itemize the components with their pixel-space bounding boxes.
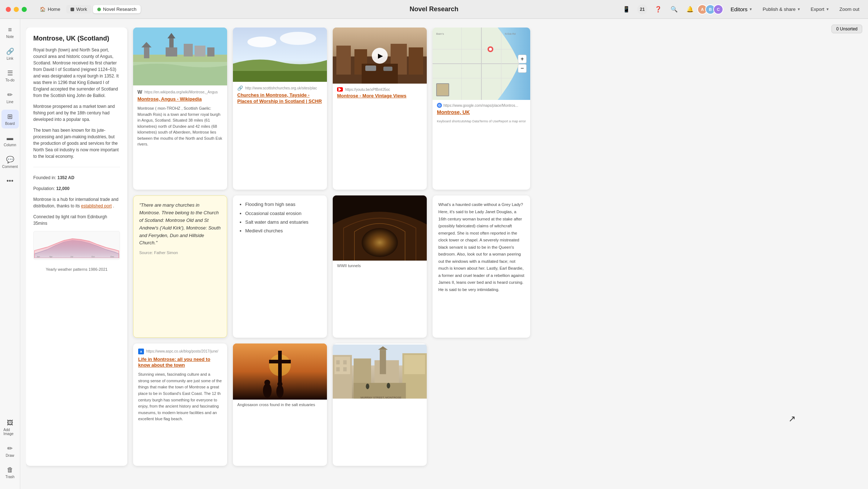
- video-thumbnail: ▶: [333, 28, 427, 84]
- bullet-item-2: Occasional coastal erosion: [245, 210, 321, 217]
- aspc-icon: a: [138, 349, 144, 354]
- maximize-button[interactable]: [22, 7, 27, 12]
- keyboard-shortcuts-link[interactable]: Keyboard shortcuts: [437, 119, 465, 123]
- sidebar: ≡ Note 🔗 Link ☰ To-do ✏ Line ⊞ Board ▬ C…: [0, 19, 20, 489]
- town-image-svg: [133, 28, 227, 85]
- publish-share-button[interactable]: Publish & share ▼: [760, 5, 804, 13]
- page-title: Novel Research: [409, 5, 458, 13]
- map-image[interactable]: Bain's N Esk Rd + −: [433, 28, 530, 100]
- play-button-overlay[interactable]: ▶: [372, 48, 388, 64]
- content-area: 0 Unsorted Montrose, UK (Scotland) Royal…: [20, 19, 868, 489]
- board-icon: ⊞: [7, 113, 13, 121]
- sidebar-item-note[interactable]: ≡ Note: [1, 23, 19, 42]
- device-icon[interactable]: 📱: [621, 4, 631, 14]
- svg-rect-54: [336, 360, 340, 364]
- publish-share-label: Publish & share: [763, 7, 796, 12]
- sidebar-item-column[interactable]: ▬ Column: [1, 131, 19, 150]
- sidebar-item-draw[interactable]: ✏ Draw: [1, 442, 19, 460]
- svg-rect-27: [365, 66, 376, 71]
- card-old-street: MURRAY STREET, MONTROSE: [333, 343, 427, 466]
- card-aspc: a https://www.aspc.co.uk/blog/posts/2017…: [133, 343, 227, 466]
- card-churches: 🔗 http://www.scottishchurches.org.uk/sit…: [233, 28, 327, 190]
- map-title-link[interactable]: Montrose, UK: [437, 109, 526, 115]
- play-button[interactable]: ▶: [372, 48, 388, 64]
- svg-point-17: [247, 37, 276, 47]
- minimize-button[interactable]: [14, 7, 19, 12]
- svg-text:Bain's: Bain's: [436, 32, 444, 35]
- population-value: 12,000: [56, 186, 69, 191]
- svg-rect-13: [195, 46, 205, 56]
- map-zoom-out-button[interactable]: −: [518, 64, 527, 73]
- wiki-title-link[interactable]: Montrose, Angus - Wikipedia: [137, 96, 223, 102]
- aspc-title-link[interactable]: Life in Montrose: all you need to know a…: [138, 357, 222, 369]
- bullets-list: Flooding from high seas Occasional coast…: [239, 201, 321, 234]
- sidebar-item-board[interactable]: ⊞ Board: [1, 110, 19, 128]
- montrose-town-image: [133, 28, 227, 85]
- quote-source: Source: Father Simon: [139, 250, 221, 255]
- unsorted-button[interactable]: 0 Unsorted: [831, 25, 862, 33]
- sidebar-item-more[interactable]: •••: [1, 174, 19, 188]
- tab-bar: 🏠 Home Work Novel Research: [35, 5, 141, 13]
- export-button[interactable]: Export ▼: [808, 5, 832, 13]
- wiki-description: Montrose ( mon-TROHZ , Scottish Gaelic: …: [133, 105, 227, 152]
- svg-rect-44: [278, 351, 282, 383]
- svg-point-48: [276, 385, 284, 398]
- editors-button[interactable]: Editors ▼: [728, 5, 756, 14]
- sidebar-item-line[interactable]: ✏ Line: [1, 88, 19, 107]
- svg-rect-25: [409, 47, 423, 75]
- quote-text: "There are many churches in Montrose. Th…: [139, 202, 221, 247]
- sidebar-item-link[interactable]: 🔗 Link: [1, 45, 19, 63]
- tab-work[interactable]: Work: [66, 5, 92, 13]
- svg-text:Apr: Apr: [49, 256, 52, 258]
- svg-text:MURRAY STREET, MONTROSE: MURRAY STREET, MONTROSE: [361, 396, 401, 399]
- sidebar-item-trash[interactable]: 🗑 Trash: [1, 463, 19, 482]
- zoom-out-label: Zoom out: [839, 7, 859, 12]
- zoom-out-button[interactable]: Zoom out: [837, 5, 862, 13]
- todo-icon: ☰: [7, 69, 13, 77]
- montrose-desc3: The town has been known for its jute-pro…: [33, 127, 120, 160]
- sidebar-item-todo[interactable]: ☰ To-do: [1, 66, 19, 85]
- svg-point-18: [280, 32, 316, 45]
- map-attribution: Keyboard shortcuts Map Data Terms of Use…: [433, 119, 530, 126]
- svg-rect-28: [383, 67, 392, 71]
- tunnel-svg: [333, 195, 427, 261]
- montrose-title: Montrose, UK (Scotland): [33, 35, 120, 42]
- novel-tab-dot: [97, 8, 101, 11]
- draw-icon: ✏: [7, 444, 13, 452]
- avatar-group: A B C: [699, 4, 723, 14]
- bell-icon[interactable]: 🔔: [685, 4, 695, 14]
- home-icon: 🏠: [40, 7, 46, 12]
- svg-rect-59: [404, 355, 425, 374]
- churches-svg: [233, 28, 327, 82]
- notification-count[interactable]: 21: [637, 4, 647, 14]
- tab-novel-research[interactable]: Novel Research: [93, 5, 141, 13]
- weather-chart: Jan Apr Jul Oct Dec: [33, 231, 120, 260]
- sidebar-item-comment[interactable]: 💬 Comment: [1, 153, 19, 172]
- svg-point-49: [277, 381, 282, 387]
- help-icon[interactable]: ❓: [653, 4, 663, 14]
- report-error-link[interactable]: Report a map error: [498, 119, 526, 123]
- search-icon[interactable]: 🔍: [669, 4, 679, 14]
- svg-rect-12: [184, 44, 193, 56]
- sidebar-item-add-image[interactable]: 🖼 Add Image: [1, 416, 19, 439]
- old-street-image: MURRAY STREET, MONTROSE: [333, 343, 427, 400]
- link-chain-icon: 🔗: [237, 85, 243, 91]
- map-zoom-in-button[interactable]: +: [518, 55, 527, 63]
- todo-label: To-do: [5, 78, 14, 82]
- youtube-title-link[interactable]: Montrose - More Vintage Views: [337, 93, 422, 99]
- aspc-url: https://www.aspc.co.uk/blog/posts/2017/j…: [146, 349, 218, 353]
- close-button[interactable]: [6, 7, 11, 12]
- tab-home[interactable]: 🏠 Home: [35, 5, 65, 13]
- terms-of-use-link[interactable]: Terms of Use: [479, 119, 498, 123]
- churches-url: http://www.scottishchurches.org.uk/sites…: [245, 86, 317, 90]
- cross-caption: Anglosaxon cross found in the salt estua…: [233, 400, 327, 411]
- old-street-svg: MURRAY STREET, MONTROSE: [333, 343, 427, 400]
- churches-title-link[interactable]: Churches in Montrose, Tayside - Places o…: [237, 92, 323, 105]
- board-label: Board: [5, 122, 15, 126]
- export-label: Export: [811, 7, 825, 12]
- svg-rect-65: [380, 350, 386, 374]
- add-image-label: Add Image: [4, 428, 17, 436]
- established-port-link[interactable]: established port: [81, 203, 112, 208]
- svg-point-39: [489, 48, 492, 51]
- editors-dropdown-arrow: ▼: [749, 7, 753, 11]
